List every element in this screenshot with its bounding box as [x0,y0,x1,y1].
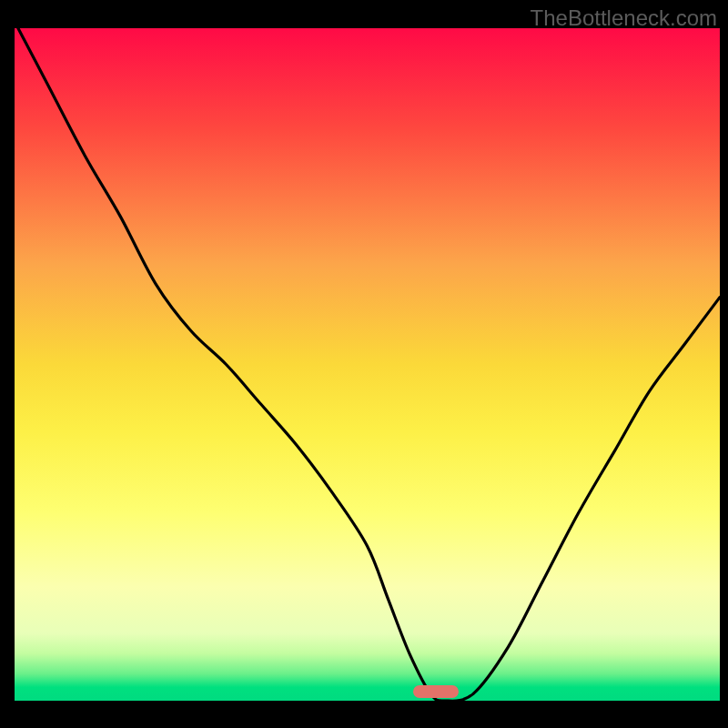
bottleneck-curve [18,28,720,701]
chart-svg [15,28,720,701]
watermark-text: TheBottleneck.com [531,5,717,31]
optimal-marker [413,685,459,698]
chart-plot-area [15,28,720,701]
